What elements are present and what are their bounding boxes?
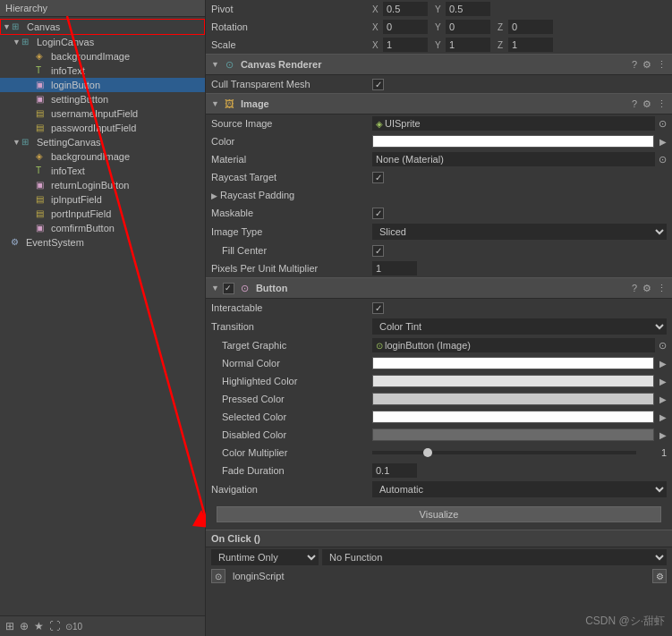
hierarchy-tree[interactable]: ▼ ⊞ Canvas ▼ ⊞ LoginCanvas ▶ ◈ backgroun… bbox=[0, 17, 205, 615]
tree-item-usernameinput[interactable]: ▶ ▤ usernameInputField bbox=[0, 106, 205, 121]
tree-arrow-logincanvas[interactable]: ▼ bbox=[13, 38, 21, 47]
cull-transparent-row: Cull Transparent Mesh bbox=[206, 75, 672, 93]
fill-center-checkbox[interactable] bbox=[372, 245, 384, 257]
canvas-renderer-settings[interactable]: ⚙ bbox=[642, 59, 651, 71]
color-swatch[interactable] bbox=[372, 135, 654, 148]
tree-item-returnloginbtn[interactable]: ▶ ▣ returnLoginButton bbox=[0, 178, 205, 192]
fade-duration-input[interactable] bbox=[372, 463, 417, 478]
rotation-y-input[interactable] bbox=[446, 20, 490, 34]
disabled-color-swatch[interactable] bbox=[372, 428, 654, 441]
transition-dropdown[interactable]: Color Tint None Sprite Swap Animation bbox=[372, 318, 667, 335]
image-actions: ? ⚙ ⋮ bbox=[632, 98, 667, 110]
tree-arrow-canvas[interactable]: ▼ bbox=[3, 22, 12, 31]
rotation-z-input[interactable] bbox=[508, 20, 553, 34]
normal-color-arrow[interactable]: ▶ bbox=[659, 359, 667, 369]
canvas-renderer-menu[interactable]: ⋮ bbox=[657, 59, 667, 71]
tree-item-infotext2[interactable]: ▶ T infoText bbox=[0, 164, 205, 178]
button-enable-check[interactable] bbox=[223, 283, 234, 294]
button-help[interactable]: ? bbox=[632, 283, 637, 293]
image-header[interactable]: ▼ 🖼 Image ? ⚙ ⋮ bbox=[206, 93, 672, 114]
footer-icon-2[interactable]: ⊕ bbox=[20, 620, 29, 632]
color-pick-arrow[interactable]: ▶ bbox=[659, 137, 667, 147]
tree-item-portinput[interactable]: ▶ ▤ portInputField bbox=[0, 207, 205, 221]
scale-z-input[interactable] bbox=[508, 38, 553, 52]
tree-item-backgroundimage2[interactable]: ▶ ◈ backgroundImage bbox=[0, 149, 205, 164]
button-settings[interactable]: ⚙ bbox=[642, 283, 651, 294]
highlighted-color-arrow[interactable]: ▶ bbox=[659, 377, 667, 386]
source-image-pick[interactable]: ⊙ bbox=[659, 118, 667, 130]
tree-item-canvas[interactable]: ▼ ⊞ Canvas bbox=[0, 19, 205, 35]
highlighted-color-row: Highlighted Color ▶ bbox=[206, 372, 672, 390]
selected-color-value: ▶ bbox=[372, 411, 667, 423]
normal-color-swatch[interactable] bbox=[372, 357, 654, 369]
navigation-value: Automatic None Horizontal Vertical Expli… bbox=[372, 481, 667, 497]
pressed-color-swatch[interactable] bbox=[372, 393, 654, 405]
tree-item-infotext[interactable]: ▶ T infoText bbox=[0, 64, 205, 78]
color-multiplier-slider[interactable] bbox=[372, 451, 636, 454]
tree-item-ipinput[interactable]: ▶ ▤ ipInputField bbox=[0, 192, 205, 207]
logincanvas-label: LoginCanvas bbox=[37, 37, 94, 47]
material-field[interactable]: None (Material) bbox=[372, 152, 655, 166]
eventsystem-icon: ⚙ bbox=[11, 236, 23, 249]
visualize-button[interactable]: Visualize bbox=[217, 506, 661, 522]
image-type-dropdown[interactable]: Sliced Simple Tiled Filled bbox=[372, 224, 667, 240]
tree-item-passwordinput[interactable]: ▶ ▤ passwordInputField bbox=[0, 121, 205, 135]
material-pick[interactable]: ⊙ bbox=[659, 154, 667, 165]
tree-arrow-infotext: ▶ bbox=[27, 66, 36, 75]
button-header[interactable]: ▼ ⊙ Button ? ⚙ ⋮ bbox=[206, 277, 672, 299]
image-settings[interactable]: ⚙ bbox=[642, 98, 651, 110]
rotation-x-input[interactable] bbox=[383, 20, 428, 34]
canvas-renderer-toggle[interactable]: ▼ bbox=[211, 60, 219, 69]
no-function-dropdown[interactable]: No Function bbox=[322, 549, 667, 565]
script-settings-btn[interactable]: ⚙ bbox=[652, 569, 667, 583]
maskable-checkbox[interactable] bbox=[372, 208, 384, 219]
navigation-row: Navigation Automatic None Horizontal Ver… bbox=[206, 479, 672, 499]
selected-color-arrow[interactable]: ▶ bbox=[659, 412, 667, 422]
raycast-padding-row: ▶ Raycast Padding bbox=[206, 186, 672, 204]
disabled-color-arrow[interactable]: ▶ bbox=[659, 430, 667, 440]
navigation-dropdown[interactable]: Automatic None Horizontal Vertical Expli… bbox=[372, 481, 667, 497]
footer-icon-4[interactable]: ⛶ bbox=[49, 620, 60, 632]
scale-y-input[interactable] bbox=[446, 38, 490, 52]
cull-transparent-checkbox[interactable] bbox=[372, 79, 384, 90]
tree-item-settingcanvas[interactable]: ▼ ⊞ SettingCanvas bbox=[0, 135, 205, 149]
button-menu[interactable]: ⋮ bbox=[657, 283, 667, 294]
bg2-icon: ◈ bbox=[36, 150, 48, 163]
transition-label: Transition bbox=[211, 321, 372, 332]
tree-item-backgroundimage[interactable]: ▶ ◈ backgroundImage bbox=[0, 49, 205, 64]
loginbtn-icon: ▣ bbox=[36, 79, 48, 91]
tree-arrow-settingcanvas[interactable]: ▼ bbox=[13, 138, 21, 147]
pressed-color-arrow[interactable]: ▶ bbox=[659, 394, 667, 404]
tree-item-confirmbtn[interactable]: ▶ ▣ comfirmButton bbox=[0, 221, 205, 235]
target-graphic-field[interactable]: ⊙ loginButton (Image) bbox=[372, 338, 655, 352]
material-label: Material bbox=[211, 154, 372, 165]
footer-icon-1[interactable]: ⊞ bbox=[5, 620, 14, 632]
ipinput-icon: ▤ bbox=[36, 193, 48, 206]
highlighted-color-swatch[interactable] bbox=[372, 375, 654, 387]
source-image-field[interactable]: ◈ UISprite bbox=[372, 116, 655, 131]
tree-item-settingbutton[interactable]: ▶ ▣ settingButton bbox=[0, 92, 205, 106]
on-click-label: On Click () bbox=[211, 533, 260, 544]
tree-item-loginbutton[interactable]: ▶ ▣ loginButton bbox=[0, 78, 205, 92]
canvas-renderer-help[interactable]: ? bbox=[632, 59, 637, 70]
canvas-renderer-header[interactable]: ▼ ⊙ Canvas Renderer ? ⚙ ⋮ bbox=[206, 54, 672, 75]
interactable-checkbox[interactable] bbox=[372, 302, 384, 314]
source-image-obj-icon: ◈ bbox=[376, 119, 383, 129]
selected-color-swatch[interactable] bbox=[372, 411, 654, 423]
image-menu[interactable]: ⋮ bbox=[657, 98, 667, 110]
scale-x-input[interactable] bbox=[383, 38, 428, 52]
button-toggle[interactable]: ▼ bbox=[211, 284, 219, 293]
target-graphic-pick[interactable]: ⊙ bbox=[659, 340, 667, 352]
image-help[interactable]: ? bbox=[632, 98, 637, 109]
scale-label: Scale bbox=[211, 39, 372, 50]
tree-arrow-passwordinput: ▶ bbox=[27, 123, 36, 132]
runtime-only-dropdown[interactable]: Runtime Only Editor And Runtime Off bbox=[211, 549, 319, 565]
pixels-per-unit-input[interactable] bbox=[372, 261, 417, 276]
tree-item-eventsystem[interactable]: ▶ ⚙ EventSystem bbox=[0, 235, 205, 250]
image-toggle[interactable]: ▼ bbox=[211, 99, 219, 108]
footer-icon-3[interactable]: ★ bbox=[34, 620, 44, 632]
tree-item-logincanvas[interactable]: ▼ ⊞ LoginCanvas bbox=[0, 35, 205, 49]
pivot-y-input[interactable] bbox=[446, 2, 490, 16]
raycast-target-checkbox[interactable] bbox=[372, 172, 384, 183]
pivot-x-input[interactable] bbox=[383, 2, 428, 16]
